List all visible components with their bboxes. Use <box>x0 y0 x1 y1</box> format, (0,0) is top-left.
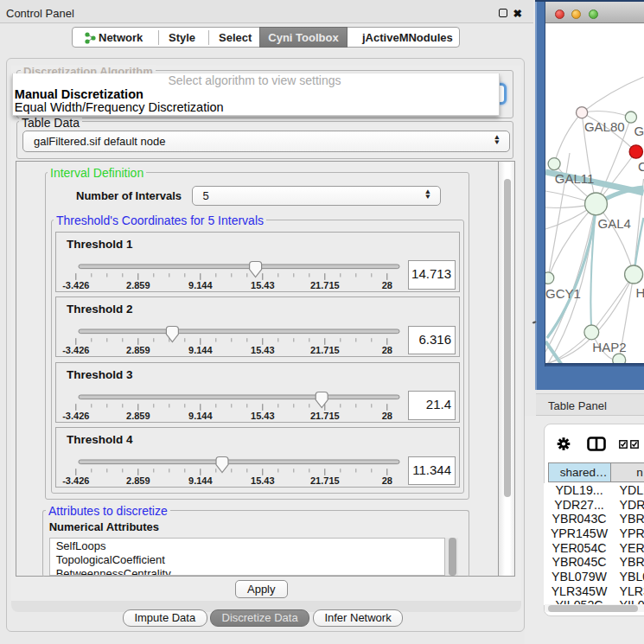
svg-text:9.144: 9.144 <box>188 279 213 290</box>
svg-text:GA: GA <box>634 124 644 138</box>
svg-text:-3.426: -3.426 <box>62 279 89 290</box>
svg-text:GCY1: GCY1 <box>545 286 581 301</box>
svg-text:-3.426: -3.426 <box>62 410 89 420</box>
svg-text:-3.426: -3.426 <box>62 345 89 355</box>
svg-text:21.715: 21.715 <box>310 345 340 355</box>
svg-text:28: 28 <box>382 475 392 486</box>
svg-text:21.715: 21.715 <box>310 279 340 290</box>
svg-text:9.144: 9.144 <box>188 410 213 420</box>
svg-text:15.43: 15.43 <box>251 410 275 420</box>
svg-text:GAL80: GAL80 <box>584 119 625 134</box>
svg-text:21.715: 21.715 <box>310 475 340 486</box>
svg-text:HAP2: HAP2 <box>592 340 626 354</box>
svg-text:HI: HI <box>636 285 644 300</box>
svg-text:9.144: 9.144 <box>188 475 213 486</box>
svg-text:GAL4: GAL4 <box>598 216 631 231</box>
svg-text:2.859: 2.859 <box>126 475 150 486</box>
svg-text:2.859: 2.859 <box>126 410 150 420</box>
svg-text:28: 28 <box>382 410 392 420</box>
svg-text:28: 28 <box>382 279 392 290</box>
svg-text:-3.426: -3.426 <box>62 475 89 486</box>
svg-text:15.43: 15.43 <box>251 345 275 355</box>
svg-text:9.144: 9.144 <box>188 345 213 355</box>
svg-text:28: 28 <box>382 345 392 355</box>
svg-text:CY: CY <box>638 159 644 174</box>
svg-text:15.43: 15.43 <box>251 475 275 486</box>
svg-text:2.859: 2.859 <box>126 279 150 290</box>
svg-text:2.859: 2.859 <box>126 345 150 355</box>
svg-text:15.43: 15.43 <box>251 279 275 290</box>
svg-text:21.715: 21.715 <box>310 410 340 420</box>
svg-text:GAL11: GAL11 <box>555 171 595 186</box>
